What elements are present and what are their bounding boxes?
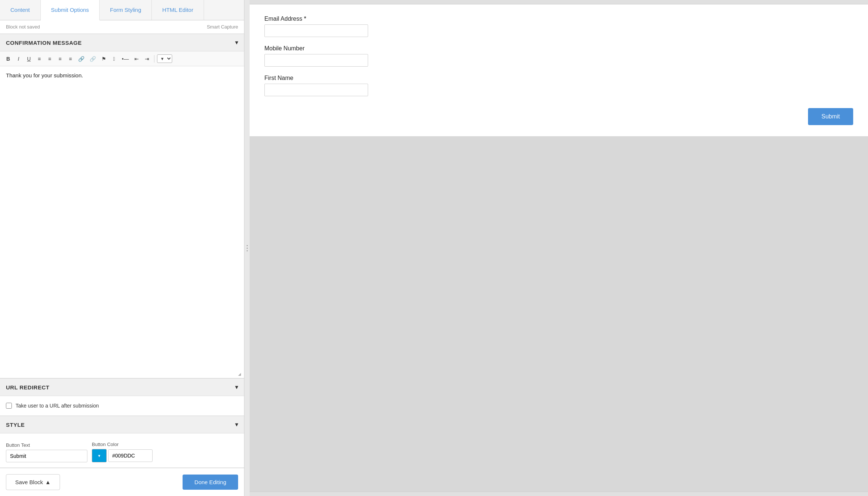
toolbar-unlink[interactable]: 🔗 — [88, 55, 98, 63]
toolbar-indent-decrease[interactable]: ⇤ — [132, 55, 141, 63]
tab-content[interactable]: Content — [0, 0, 41, 20]
right-panel: Email Address * Mobile Number First Name… — [250, 0, 868, 496]
toolbar-link[interactable]: 🔗 — [76, 55, 86, 63]
required-star-email: * — [304, 16, 306, 22]
button-text-group: Button Text — [6, 442, 87, 462]
form-field-email: Email Address * — [264, 16, 853, 37]
bottom-bar: Save Block ▲ Done Editing — [0, 468, 244, 496]
panel-divider[interactable] — [244, 0, 250, 496]
tabs-bar: Content Submit Options Form Styling HTML… — [0, 0, 244, 20]
style-title: STYLE — [6, 422, 25, 428]
toolbar-flag[interactable]: ⚑ — [99, 55, 108, 63]
save-block-button[interactable]: Save Block ▲ — [6, 474, 60, 490]
form-field-firstname-input[interactable] — [264, 84, 368, 96]
button-text-label: Button Text — [6, 442, 87, 448]
button-color-group: Button Color ▼ — [92, 442, 153, 462]
toolbar-unordered-list[interactable]: •— — [120, 55, 131, 63]
save-block-icon: ▲ — [45, 479, 51, 485]
tab-submit-options[interactable]: Submit Options — [41, 0, 100, 20]
smart-capture-label: Smart Capture — [207, 24, 238, 30]
url-redirect-title: URL REDIRECT — [6, 384, 49, 391]
form-submit-label: Submit — [821, 113, 840, 120]
toolbar-italic[interactable]: I — [14, 55, 23, 63]
done-editing-button[interactable]: Done Editing — [183, 475, 238, 490]
form-field-firstname-label: First Name — [264, 75, 853, 81]
form-field-mobile-label: Mobile Number — [264, 45, 853, 52]
url-redirect-checkbox[interactable] — [6, 403, 12, 409]
form-submit-button[interactable]: Submit — [808, 108, 853, 125]
form-preview-area: Email Address * Mobile Number First Name… — [250, 4, 868, 136]
form-field-email-input[interactable] — [264, 24, 368, 37]
style-header[interactable]: STYLE ▾ — [0, 416, 244, 433]
divider-dot-2 — [247, 248, 248, 249]
confirmation-message-title: CONFIRMATION MESSAGE — [6, 40, 82, 46]
editor-content: Thank you for your submission. — [6, 72, 83, 78]
grey-area — [250, 136, 868, 492]
url-redirect-checkbox-row: Take user to a URL after submission — [6, 403, 238, 409]
form-field-firstname: First Name — [264, 75, 853, 96]
url-redirect-chevron: ▾ — [235, 384, 238, 391]
confirmation-message-header[interactable]: CONFIRMATION MESSAGE ▾ — [0, 34, 244, 51]
toolbar-align-center[interactable]: ≡ — [45, 55, 54, 63]
button-color-input[interactable] — [108, 449, 153, 462]
toolbar-separator — [154, 55, 154, 63]
toolbar-underline[interactable]: U — [24, 55, 33, 63]
toolbar-indent-increase[interactable]: ⇥ — [143, 55, 151, 63]
save-block-label: Save Block — [15, 479, 43, 485]
toolbar-dropdown[interactable]: ▾ — [157, 54, 172, 63]
style-content: Button Text Button Color ▼ — [0, 433, 244, 468]
top-scrollbar[interactable] — [250, 0, 868, 4]
toolbar-bold[interactable]: B — [4, 55, 13, 63]
editor-toolbar: B I U ≡ ≡ ≡ ≡ 🔗 🔗 ⚑  •— ⇤ ⇥ ▾ — [0, 51, 244, 66]
block-status: Block not saved — [6, 24, 40, 30]
style-chevron: ▾ — [235, 421, 238, 428]
done-editing-label: Done Editing — [194, 479, 226, 485]
bottom-scrollbar[interactable] — [250, 492, 868, 496]
form-field-email-label: Email Address * — [264, 16, 853, 22]
toolbar-align-left[interactable]: ≡ — [35, 55, 44, 63]
confirmation-message-chevron: ▾ — [235, 39, 238, 46]
style-row: Button Text Button Color ▼ — [6, 442, 238, 462]
url-redirect-checkbox-label: Take user to a URL after submission — [16, 403, 99, 409]
meta-row: Block not saved Smart Capture — [0, 20, 244, 34]
tab-form-styling[interactable]: Form Styling — [100, 0, 152, 20]
toolbar-justify[interactable]: ≡ — [66, 55, 75, 63]
divider-dot-3 — [247, 250, 248, 251]
button-color-preview[interactable]: ▼ — [92, 449, 107, 462]
button-text-input[interactable] — [6, 450, 87, 462]
button-color-label: Button Color — [92, 442, 153, 447]
editor-area[interactable]: Thank you for your submission. ◢ — [0, 66, 244, 378]
editor-resize-handle[interactable]: ◢ — [238, 372, 243, 376]
divider-dot-1 — [247, 245, 248, 246]
left-panel: Content Submit Options Form Styling HTML… — [0, 0, 244, 496]
tab-html-editor[interactable]: HTML Editor — [152, 0, 204, 20]
toolbar-align-right[interactable]: ≡ — [56, 55, 64, 63]
form-field-mobile-input[interactable] — [264, 54, 368, 67]
url-redirect-content: Take user to a URL after submission — [0, 396, 244, 416]
url-redirect-header[interactable]: URL REDIRECT ▾ — [0, 378, 244, 396]
toolbar-ordered-list[interactable]:  — [110, 55, 118, 63]
form-field-mobile: Mobile Number — [264, 45, 853, 67]
